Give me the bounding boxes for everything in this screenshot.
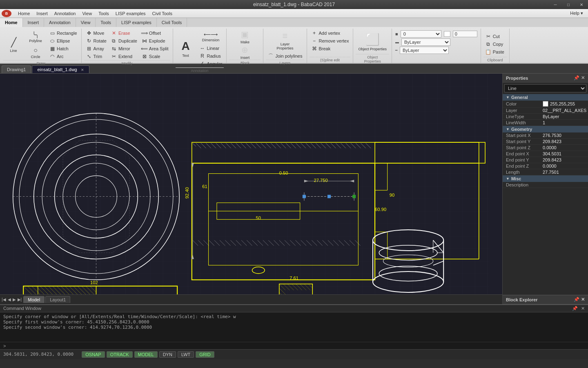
grid-button[interactable]: GRID	[196, 351, 214, 358]
offset-button[interactable]: ⟹ Offset	[140, 29, 170, 37]
maximize-button[interactable]: □	[562, 0, 575, 9]
prop-linewidth-label: LineWidth	[506, 120, 543, 125]
ellipse-button[interactable]: ⬭ Ellipse	[47, 37, 79, 45]
lineweight-select[interactable]: ByLayer	[400, 47, 449, 54]
offset-icon: ⟹	[141, 30, 148, 36]
paste-button[interactable]: 📋 Paste	[483, 48, 507, 56]
mirror-button[interactable]: ⇆ Mirror	[109, 45, 139, 52]
radius-button[interactable]: R Radius	[198, 52, 224, 60]
ribbon-tab-civil[interactable]: Civil Tools	[157, 18, 187, 27]
block-explorer-pin-button[interactable]: 📌	[574, 297, 579, 302]
ribbon-tab-home[interactable]: Home	[0, 18, 23, 27]
close-button[interactable]: ✕	[575, 0, 588, 9]
menu-lisp[interactable]: LISP examples	[112, 10, 149, 17]
general-section-header[interactable]: ▼ General	[503, 94, 588, 101]
scale-button[interactable]: ⤡ Trim	[84, 53, 108, 60]
duplicate-button[interactable]: ⧉ Duplicate	[109, 37, 139, 45]
ribbon-tab-view[interactable]: View	[76, 18, 96, 27]
command-close-button[interactable]: ✕	[581, 306, 585, 311]
paste-label: Paste	[493, 49, 504, 54]
clipboard-group-label: Clipboard	[483, 57, 507, 62]
make-button[interactable]: ▣ Make	[235, 29, 255, 44]
join-polylines-button[interactable]: ⌒ Join polylines	[266, 52, 304, 60]
prop-startz-label: Start point Z	[506, 145, 543, 150]
layout-tab-model[interactable]: Model	[23, 296, 45, 303]
linetype-select[interactable]: ByLayer	[401, 38, 450, 46]
svg-text:61: 61	[202, 184, 207, 189]
rotate-button[interactable]: ↻ Rotate	[84, 37, 108, 45]
make-label: Make	[241, 40, 249, 44]
layer-properties-button[interactable]: ≡ LayerProperties	[274, 29, 296, 52]
menu-view[interactable]: View	[79, 10, 95, 17]
layout-tab-layout1[interactable]: Layout1	[45, 296, 70, 303]
svg-rect-95	[352, 195, 356, 198]
layer-select[interactable]: 0	[401, 30, 441, 38]
menu-insert[interactable]: Insert	[33, 10, 51, 17]
otrack-button[interactable]: OTRACK	[107, 351, 133, 358]
canvas-area[interactable]: 27.750 92.40 61 60.90 90 50 0	[0, 74, 502, 304]
close-tab-icon[interactable]: ✕	[81, 68, 84, 72]
dyn-button[interactable]: DYN	[159, 351, 176, 358]
arc-button[interactable]: ◠ Arc	[47, 53, 79, 60]
prop-length-label: Length	[506, 170, 543, 175]
properties-close-button[interactable]: ✕	[581, 75, 585, 81]
text-button[interactable]: A Text	[176, 34, 196, 64]
ribbon-tab-insert[interactable]: Insert	[23, 18, 45, 27]
polyline-button[interactable]: ╰╮ Polyline	[25, 30, 46, 45]
layout-nav-last[interactable]: ▶|	[18, 297, 22, 302]
properties-pin-button[interactable]: 📌	[574, 75, 579, 81]
break-button[interactable]: ⌘ Break	[310, 45, 351, 52]
doc-tab-einsatz[interactable]: einsatz_blatt_1.dwg ✕	[32, 65, 89, 73]
ellipse-label: Ellipse	[57, 38, 70, 43]
doc-tab-drawing1[interactable]: Drawing1	[2, 65, 31, 73]
prop-layer-label: Layer	[506, 108, 543, 113]
minimize-button[interactable]: ─	[549, 0, 562, 9]
help-menu[interactable]: Help ▾	[570, 11, 586, 16]
command-input[interactable]	[7, 343, 585, 348]
circle-button[interactable]: ○ Circle	[25, 45, 46, 60]
copy-button[interactable]: ⧉ Copy	[483, 40, 507, 48]
insert-button[interactable]: ⊕ Insert	[235, 45, 255, 60]
menu-civil[interactable]: Civil Tools	[149, 10, 176, 17]
linear-button[interactable]: ↔ Linear	[198, 45, 224, 52]
move-button[interactable]: ✥ Move	[84, 29, 108, 37]
ribbon-tabs: Home Insert Annotation View Tools LISP e…	[0, 18, 588, 27]
block-explorer-close-button[interactable]: ✕	[581, 297, 585, 302]
properties-type-select[interactable]: Line	[504, 84, 586, 92]
dimension-icon: ⟵⟶	[204, 31, 218, 37]
layout-nav-first[interactable]: |◀	[2, 297, 6, 302]
cut-button[interactable]: ✂ Cut	[483, 33, 507, 40]
lwt-button[interactable]: LWT	[178, 351, 194, 358]
hatch-icon: ▦	[49, 45, 56, 52]
osnap-button[interactable]: OSNAP	[82, 351, 105, 358]
layout-nav-next[interactable]: ▶	[13, 297, 16, 302]
ribbon-tab-annotation[interactable]: Annotation	[44, 18, 76, 27]
layout-nav-prev[interactable]: ◀	[8, 297, 11, 302]
array-button[interactable]: ⊞ Array	[84, 45, 108, 52]
line-button[interactable]: ╱ Line	[3, 30, 24, 60]
command-pin-button[interactable]: 📌	[572, 306, 578, 311]
hatch-button[interactable]: ▦ Hatch	[47, 45, 79, 52]
trim-button[interactable]: ✂ Extend	[109, 53, 139, 60]
menu-annotation[interactable]: Annotation	[51, 10, 79, 17]
misc-section-header[interactable]: ▼ Misc	[503, 175, 588, 182]
angular-button[interactable]: ∠ Angular	[198, 60, 224, 67]
menu-home[interactable]: Home	[15, 10, 33, 17]
explode-button[interactable]: ⋈ Explode	[140, 37, 170, 45]
polyline-label: Polyline	[29, 39, 42, 43]
remove-vertex-button[interactable]: − Remove vertex	[310, 37, 351, 45]
extend-button[interactable]: ⟸ Area Split	[140, 45, 170, 52]
ribbon-tab-lisp[interactable]: LISP examples	[116, 18, 157, 27]
add-vertex-button[interactable]: + Add vertex	[310, 29, 351, 37]
dimension-button[interactable]: ⟵⟶ Dimension	[198, 29, 224, 44]
menu-tools[interactable]: Tools	[95, 10, 112, 17]
object-properties-button[interactable]: ⬜ Object Properties	[356, 29, 389, 54]
model-button[interactable]: MODEL	[134, 351, 158, 358]
rectangle-button[interactable]: ▭ Rectangle	[47, 29, 79, 37]
misc-section-label: Misc	[511, 176, 521, 181]
erase-button[interactable]: ✕ Erase	[109, 29, 139, 37]
areasplit-button[interactable]: ⊠ Scale	[140, 53, 170, 60]
geometry-section-header[interactable]: ▼ Geometry	[503, 126, 588, 132]
ribbon-tab-tools[interactable]: Tools	[96, 18, 116, 27]
circle-icon: ○	[33, 47, 38, 54]
